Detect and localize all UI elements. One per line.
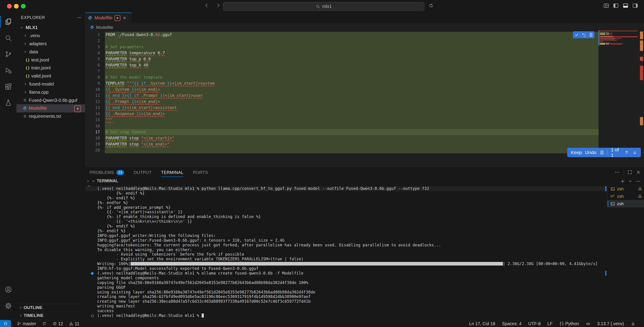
window-zoom-button[interactable] (21, 4, 26, 9)
tree-item-modelfile[interactable]: Modelfile (16, 104, 85, 112)
editor-line-1[interactable]: 1FROM ./Fused-Qwen3-0.6b.gguf (85, 32, 598, 38)
toggle-secondary-sidebar-icon[interactable] (632, 3, 638, 9)
panel-tab-output[interactable]: OUTPUT (134, 167, 152, 178)
customize-layout-icon[interactable] (603, 3, 609, 9)
activity-bar-testing[interactable] (0, 95, 16, 111)
editor-line-5[interactable]: 5PARAMETER top_p 0.9 (85, 56, 598, 62)
editor-line-17[interactable]: 17# Set stop tokens (85, 129, 598, 135)
close-icon[interactable] (122, 16, 127, 20)
discard-undo-icon[interactable] (582, 33, 586, 37)
terminal-output[interactable]: (.venv) neilhaddley@Neils-Mac-Studio mlx… (85, 186, 607, 319)
toggle-primary-sidebar-icon[interactable] (613, 3, 619, 9)
editor-line-10[interactable]: 10{{ .System }}<|im_end|> (85, 87, 598, 93)
chevron-right-icon[interactable] (86, 179, 90, 183)
statusbar-copilot[interactable] (586, 321, 590, 326)
activity-bar-settings[interactable] (0, 298, 16, 314)
statusbar-language-mode[interactable]: {}Python (560, 321, 579, 326)
tree-item--venv[interactable]: .venv (16, 32, 85, 40)
editor-pane[interactable]: 1FROM ./Fused-Qwen3-0.6b.gguf23# Set par… (85, 32, 598, 167)
line-content (105, 147, 598, 153)
activity-bar-extensions[interactable] (0, 79, 16, 95)
tree-item-llama-cpp[interactable]: llama.cpp (16, 88, 85, 96)
activity-bar-run-and-debug[interactable] (0, 62, 16, 79)
next-edit-icon[interactable] (632, 150, 637, 155)
editor-line-3[interactable]: 3# Set parameters (85, 44, 598, 50)
maximize-panel-icon[interactable] (627, 170, 632, 175)
undo-button[interactable]: Undo (585, 150, 596, 155)
editor-line-8[interactable]: 8# Set the model template (85, 74, 598, 80)
tree-item-label: test.jsonl (31, 58, 49, 63)
outline-section[interactable]: OUTLINE (16, 303, 85, 311)
profile-sync-icon[interactable] (428, 3, 434, 8)
editor-line-19[interactable]: 19PARAMETER stop "<|im_end|>" (85, 141, 598, 147)
tree-item-mlx1[interactable]: MLX1 (16, 24, 85, 32)
tree-item-valid-jsonl[interactable]: {}valid.jsonl (16, 72, 85, 80)
chevron-down-icon[interactable] (628, 179, 632, 183)
statusbar-notifications[interactable] (631, 321, 636, 326)
editor-line-2[interactable]: 2 (85, 38, 598, 44)
tree-item-train-jsonl[interactable]: {}train.jsonl (16, 64, 85, 72)
editor-line-11[interactable]: 11{{ end }}{{ if .Prompt }}<|im_start|>u… (85, 93, 598, 99)
activity-bar-search[interactable] (0, 30, 16, 46)
breadcrumb[interactable]: Modelfile (85, 23, 644, 32)
editor-line-6[interactable]: 6PARAMETER top_k 40 (85, 62, 598, 68)
editor-line-9[interactable]: 9TEMPLATE """{{ if .System }}<|im_start|… (85, 80, 598, 87)
tree-item-adapters[interactable]: adapters (16, 40, 85, 48)
tree-item-requirements-txt[interactable]: requirements.txt (16, 112, 85, 121)
statusbar-git-branch[interactable]: master (17, 321, 36, 326)
previous-edit-icon[interactable] (624, 150, 629, 155)
editor-line-4[interactable]: 4PARAMETER temperature 0.7 (85, 50, 598, 56)
explorer-more-actions-icon[interactable] (77, 15, 82, 20)
terminal-tab-1[interactable]: zsh (608, 185, 644, 193)
editor-line-14[interactable]: 14{{ .Response }}<|im_end|> (85, 111, 598, 117)
forward-icon[interactable] (215, 3, 221, 8)
tree-item-data[interactable]: data (16, 48, 85, 56)
diff-file-icon[interactable] (589, 33, 593, 37)
editor-line-15[interactable]: 15""" (85, 117, 598, 123)
activity-bar-source-control[interactable] (0, 46, 16, 62)
editor-line-18[interactable]: 18PARAMETER stop "<|im_start|>" (85, 135, 598, 141)
chevron-down-icon[interactable] (91, 179, 96, 183)
new-terminal-icon[interactable] (620, 179, 625, 184)
more-actions-icon[interactable] (614, 170, 620, 175)
keep-button[interactable]: Keep (571, 150, 582, 155)
toggle-panel-icon[interactable] (622, 3, 628, 9)
close-panel-icon[interactable] (636, 170, 641, 175)
command-center-search[interactable]: mlx1 (223, 2, 424, 11)
statusbar-python-interpreter[interactable]: 3.13.7 (.venv) (597, 321, 624, 326)
remote-indicator[interactable] (0, 320, 11, 327)
statusbar-indentation[interactable]: Spaces: 4 (502, 321, 522, 326)
command-prompt-decoration[interactable] (91, 314, 94, 317)
activity-bar-explorer[interactable] (0, 14, 16, 30)
tab-modelfile[interactable]: Modelfile (85, 13, 132, 23)
more-actions-icon[interactable] (636, 179, 641, 184)
diff-file-icon[interactable] (600, 150, 604, 155)
statusbar-errors[interactable]: 12 (52, 321, 63, 326)
command-success-decoration[interactable] (91, 272, 94, 275)
tree-item-fused-model[interactable]: fused-model (16, 80, 85, 88)
statusbar-warnings[interactable]: 11 (69, 321, 79, 326)
terminal-tab-3[interactable]: zsh (608, 200, 644, 207)
statusbar-cursor-position[interactable]: Ln 17, Col 18 (469, 321, 495, 326)
minimap[interactable] (598, 32, 639, 167)
tree-item-test-jsonl[interactable]: {}test.jsonl (16, 56, 85, 64)
window-close-button[interactable] (7, 4, 12, 9)
panel-tab-terminal[interactable]: TERMINAL (161, 167, 184, 178)
editor-line-13[interactable]: 13{{ end }}<|im_start|>assistant (85, 105, 598, 111)
timeline-section[interactable]: TIMELINE (16, 311, 85, 319)
accept-check-icon[interactable] (574, 33, 579, 37)
terminal-tab-2[interactable]: zsh (608, 193, 644, 200)
statusbar-git-sync[interactable] (42, 321, 46, 326)
editor-line-16[interactable]: 16 (85, 123, 598, 129)
editor-line-20[interactable]: 20 (85, 147, 598, 153)
editor-line-12[interactable]: 12{{ .Prompt }}<|im_end|> (85, 99, 598, 105)
editor-line-7[interactable]: 7 (85, 68, 598, 74)
window-minimize-button[interactable] (14, 4, 19, 9)
tree-item-fused-qwen3-0-6b-gguf[interactable]: Fused-Qwen3-0.6b.gguf (16, 96, 85, 104)
panel-tab-problems[interactable]: PROBLEMS23 (90, 167, 124, 178)
activity-bar-accounts[interactable] (0, 281, 16, 298)
statusbar-encoding[interactable]: UTF-8 (528, 321, 541, 326)
panel-tab-ports[interactable]: PORTS (193, 167, 208, 178)
statusbar-eol[interactable]: LF (548, 321, 553, 326)
back-icon[interactable] (204, 3, 210, 8)
